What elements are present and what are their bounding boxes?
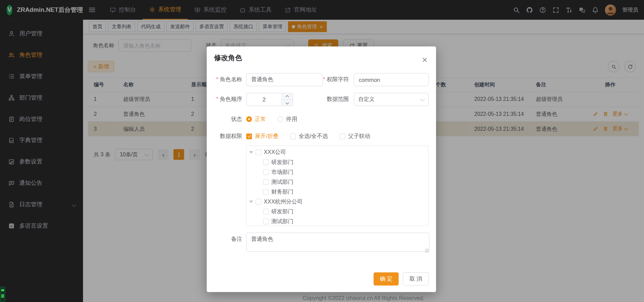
data-permission-label: 数据权限	[214, 131, 246, 142]
increase-button[interactable]	[282, 93, 293, 100]
checkbox[interactable]	[256, 199, 261, 205]
checkbox[interactable]	[263, 179, 269, 185]
tree-node[interactable]: XXX公司	[247, 147, 429, 157]
expand-collapse-checkbox[interactable]: 展开/折叠	[246, 131, 278, 142]
caret-down-icon[interactable]	[249, 200, 253, 203]
tree-node-label: 市场部门	[271, 168, 293, 176]
permission-tree: XXX公司 研发部门 市场部门 测试部门 财务部门 XXX杭州分公司 研发部门 …	[246, 145, 429, 226]
tree-node[interactable]: 研发部门	[247, 157, 429, 167]
tree-node[interactable]: 测试部门	[247, 216, 429, 226]
parent-child-link-checkbox[interactable]: 父子联动	[340, 131, 370, 142]
role-order-value: 2	[247, 93, 282, 106]
remark-textarea[interactable]: 普通角色	[246, 232, 429, 252]
status-normal-radio[interactable]: 正常	[246, 112, 266, 126]
caret-down-icon[interactable]	[249, 151, 253, 154]
tree-node-label: XXX公司	[264, 149, 286, 156]
confirm-button[interactable]: 确 定	[374, 272, 399, 286]
role-name-label: 角色名称	[214, 73, 246, 86]
data-scope-label: 数据范围	[323, 93, 354, 106]
data-scope-select[interactable]: 自定义	[354, 93, 429, 106]
radio-dot	[277, 116, 283, 122]
resize-handle[interactable]	[425, 249, 429, 253]
tree-node[interactable]: 研发部门	[247, 207, 429, 216]
role-name-input[interactable]	[246, 73, 323, 86]
chevron-down-icon	[420, 96, 425, 101]
tree-node-label: 研发部门	[271, 159, 293, 166]
checkbox[interactable]	[263, 209, 269, 214]
edit-role-dialog: 修改角色 ✕ 角色名称 权限字符 角色顺序 2 数据范围	[207, 47, 436, 292]
data-scope-value: 自定义	[359, 96, 418, 103]
checkbox[interactable]	[263, 159, 269, 165]
tree-node-label: 研发部门	[271, 208, 293, 215]
tree-node[interactable]: 市场部门	[247, 167, 429, 177]
status-normal-label: 正常	[255, 116, 266, 123]
tree-node[interactable]: XXX杭州分公司	[247, 197, 429, 207]
checkbox	[246, 134, 252, 139]
role-order-input[interactable]: 2	[246, 93, 293, 106]
status-disabled-label: 停用	[286, 116, 297, 123]
checkbox[interactable]	[263, 218, 269, 224]
checkbox[interactable]	[263, 189, 269, 195]
cancel-button[interactable]: 取 消	[403, 272, 429, 286]
tree-node[interactable]: 测试部门	[247, 177, 429, 187]
role-key-label: 权限字符	[323, 73, 354, 86]
dialog-body: 角色名称 权限字符 角色顺序 2 数据范围 自定义	[214, 73, 429, 253]
tree-node[interactable]: 财务部门	[247, 187, 429, 197]
parent-child-link-label: 父子联动	[348, 133, 370, 140]
select-all-checkbox[interactable]: 全选/全不选	[290, 131, 328, 142]
decrease-button[interactable]	[282, 100, 293, 106]
close-icon[interactable]: ✕	[422, 56, 428, 64]
number-spinner	[281, 93, 293, 106]
status-label: 状态	[214, 112, 246, 126]
app-root: V ZRAdmin.NET后台管理 控制台 系统管理 系统监控 系统工具	[0, 0, 644, 302]
expand-collapse-label: 展开/折叠	[255, 133, 279, 140]
remark-label: 备注	[214, 232, 246, 246]
radio-dot	[246, 116, 252, 122]
status-disabled-radio[interactable]: 停用	[277, 112, 297, 126]
checkbox	[290, 134, 296, 139]
tree-node-label: XXX杭州分公司	[264, 198, 302, 206]
checkbox	[340, 134, 345, 139]
checkbox[interactable]	[256, 149, 261, 155]
checkbox[interactable]	[263, 169, 269, 175]
role-order-label: 角色顺序	[214, 93, 246, 106]
tree-node-label: 测试部门	[271, 218, 293, 225]
dialog-footer: 确 定 取 消	[374, 272, 429, 286]
tree-node-label: 测试部门	[271, 178, 293, 186]
select-all-label: 全选/全不选	[299, 133, 328, 140]
corner-widget[interactable]	[0, 287, 5, 302]
role-key-input[interactable]	[354, 73, 429, 86]
dialog-title: 修改角色	[214, 53, 429, 63]
tree-node-label: 财务部门	[271, 188, 293, 196]
